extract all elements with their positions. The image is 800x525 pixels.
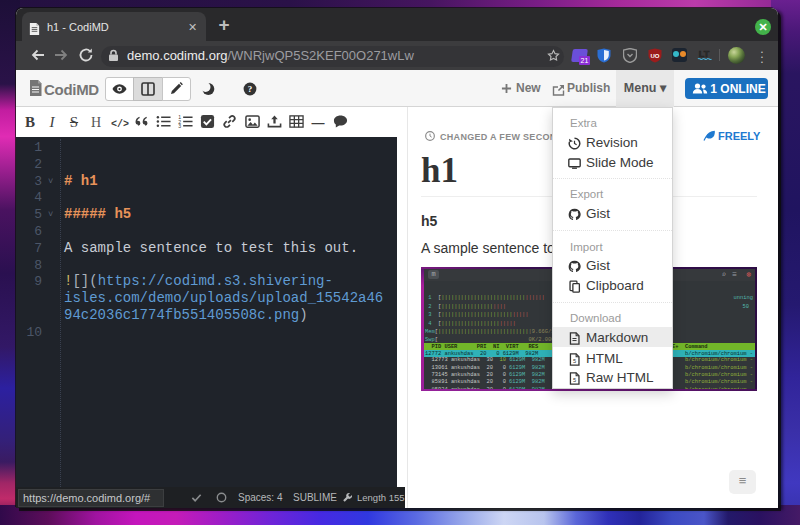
svg-text:?: ? [248, 84, 253, 94]
svg-text:LT: LT [699, 49, 710, 59]
svg-text:5: 5 [573, 358, 576, 364]
svg-text:3: 3 [178, 123, 181, 129]
svg-text:UO: UO [651, 53, 660, 59]
svg-text:5: 5 [573, 377, 576, 383]
